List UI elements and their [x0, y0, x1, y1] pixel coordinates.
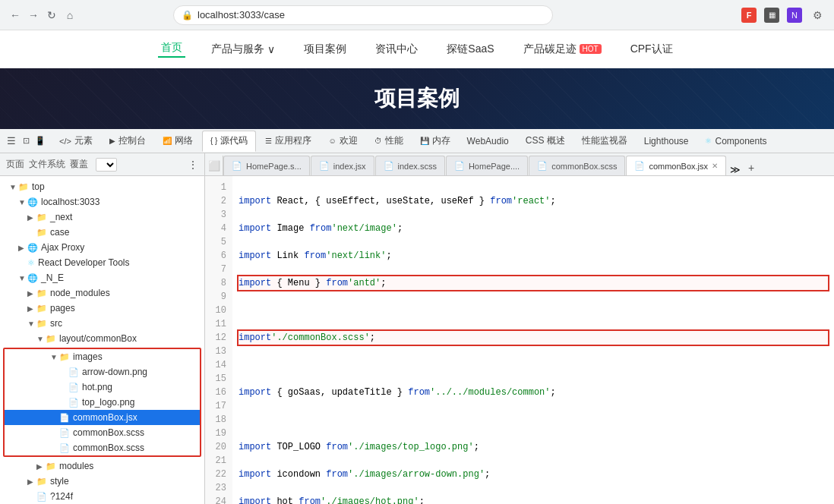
tab-memory[interactable]: 💾 内存 [412, 131, 458, 152]
url-text: localhost:3033/case [197, 9, 285, 20]
react-icon: ⚛ [27, 258, 35, 268]
tree-item-top[interactable]: ▼ 📁 top [0, 179, 204, 194]
file-tree-toolbar: 页面 文件系统 覆盖 ⋮ [0, 153, 204, 176]
toolbar-dropdown[interactable] [96, 158, 117, 172]
tree-item-commonbox-scss-1[interactable]: 📄 commonBox.scss [5, 425, 200, 440]
code-line-8: import { goSaas, updateTitle } from '../… [239, 386, 828, 399]
code-line-4: import { Menu } from 'antd'; [239, 276, 828, 290]
tab-webaudio[interactable]: WebAudio [460, 131, 517, 152]
folder-icon: 📁 [36, 319, 47, 329]
tab-commonbox-jsx[interactable]: 📄 commonBox.jsx ✕ [626, 156, 726, 175]
tree-item-node-modules[interactable]: ▶ 📁 node_modules [0, 285, 204, 301]
nav-item-products[interactable]: 产品与服务 ∨ [208, 43, 278, 56]
devtools-toggle[interactable]: ☰ [5, 134, 18, 148]
highlight-group: ▼ 📁 images 📄 arrow-down.png 📄 hot.png [3, 348, 201, 457]
tree-arrow: ▼ [50, 353, 59, 361]
browser-icons: F ▦ N ⚙ [741, 8, 825, 23]
tab-homepage-s[interactable]: 📄 HomePage.s... [223, 156, 310, 175]
tree-item-next[interactable]: ▶ 📁 _next [0, 209, 204, 225]
tab-index-scss[interactable]: 📄 index.scss [375, 156, 445, 175]
add-tab-button[interactable]: + [744, 160, 759, 175]
back-button[interactable]: ← [9, 9, 21, 21]
code-line-10: import TOP_LOGO from './images/top_logo.… [239, 440, 828, 454]
code-line-7 [239, 358, 828, 372]
tree-item-case[interactable]: 📁 case [0, 225, 204, 240]
tree-arrow: ▶ [27, 304, 36, 313]
tab-console[interactable]: ▶ 控制台 [102, 131, 153, 152]
refresh-button[interactable]: ↻ [46, 9, 58, 21]
toolbar-page[interactable]: 页面 [6, 158, 24, 171]
code-line-11: import icondown from './images/arrow-dow… [239, 468, 828, 481]
devtools-inspect[interactable]: ⊡ [19, 134, 33, 148]
toolbar-overrides[interactable]: 覆盖 [70, 158, 88, 171]
scss-file-icon: 📄 [59, 428, 70, 438]
tree-item-124f[interactable]: 📄 ?124f [0, 489, 204, 504]
nav-item-cases[interactable]: 项目案例 [301, 43, 349, 56]
folder-icon: 📁 [36, 213, 47, 222]
tab-commonbox-scss[interactable]: 📄 commonBox.scss [529, 156, 625, 175]
tree-arrow: ▼ [18, 274, 27, 282]
tab-application[interactable]: ☰ 应用程序 [257, 131, 319, 152]
tab-lighthouse[interactable]: Lighthouse [637, 131, 697, 152]
tree-arrow: ▼ [36, 335, 46, 343]
tree-item-src[interactable]: ▼ 📁 src [0, 316, 204, 331]
tab-performance[interactable]: ⏱ 性能 [367, 131, 411, 152]
code-editor[interactable]: import React, { useEffect, useState, use… [232, 176, 834, 504]
folder-icon: 📁 [46, 461, 56, 471]
settings-icon[interactable]: ⚙ [810, 8, 825, 23]
folder-icon: 📁 [59, 352, 70, 362]
cloud-icon: 🌐 [27, 197, 38, 207]
tab-index-jsx[interactable]: 📄 index.jsx [311, 156, 374, 175]
tree-item-ajax[interactable]: ▶ 🌐 Ajax Proxy [0, 240, 204, 255]
tree-item-commonbox-jsx[interactable]: 📄 commonBox.jsx [5, 410, 200, 425]
split-panel-icon[interactable]: ⬜ [205, 156, 223, 175]
tree-arrow: ▶ [27, 477, 36, 486]
code-content: 12345 678910 1112131415 1617181920 21222… [205, 176, 834, 504]
hero-banner: 项目案例 [0, 68, 834, 129]
tab-network[interactable]: 📶 网络 [155, 131, 201, 152]
home-button[interactable]: ⌂ [64, 9, 76, 21]
nav-item-saas[interactable]: 探链SaaS [444, 43, 497, 56]
tab-elements[interactable]: </> 元素 [52, 131, 100, 152]
tree-item-nne[interactable]: ▼ 🌐 _N_E [0, 270, 204, 285]
tree-item-arrow-down[interactable]: 📄 arrow-down.png [5, 364, 200, 380]
tab-perf-monitor[interactable]: 性能监视器 [574, 131, 635, 152]
address-bar[interactable]: 🔒 localhost:3033/case [173, 5, 553, 25]
tree-arrow: ▼ [9, 183, 18, 191]
tree-item-commonbox-scss-2[interactable]: 📄 commonBox.scss [5, 440, 200, 455]
tree-item-modules[interactable]: ▶ 📁 modules [0, 458, 204, 474]
scss-file-icon: 📄 [59, 443, 70, 453]
tree-item-images[interactable]: ▼ 📁 images [5, 349, 200, 364]
forward-button[interactable]: → [27, 9, 39, 21]
tree-item-react-devtools[interactable]: ⚛ React Developer Tools [0, 255, 204, 270]
tab-welcome[interactable]: ☺ 欢迎 [321, 131, 365, 152]
nav-item-news[interactable]: 资讯中心 [372, 43, 421, 56]
tree-item-hot[interactable]: 📄 hot.png [5, 380, 200, 395]
tree-item-top-logo[interactable]: 📄 top_logo.png [5, 395, 200, 410]
code-line-3: import Link from 'next/link'; [239, 249, 828, 263]
code-line-5 [239, 304, 828, 317]
tab-homepage-2[interactable]: 📄 HomePage.... [446, 156, 528, 175]
browser-icon-1: F [741, 8, 757, 23]
nav-item-home[interactable]: 首页 [158, 41, 185, 58]
browser-icon-3: N [787, 8, 802, 23]
tab-close-icon[interactable]: ✕ [712, 162, 718, 170]
tree-item-layout[interactable]: ▼ 📁 layout/commonBox [0, 331, 204, 346]
folder-icon: 📁 [18, 182, 29, 192]
toolbar-filesystem[interactable]: 文件系统 [29, 158, 65, 171]
folder-icon: 📁 [36, 304, 47, 313]
tree-item-localhost[interactable]: ▼ 🌐 localhost:3033 [0, 194, 204, 209]
tab-components[interactable]: ⚛ Components [697, 131, 774, 152]
line-numbers: 12345 678910 1112131415 1617181920 21222… [205, 176, 232, 504]
tree-item-pages[interactable]: ▶ 📁 pages [0, 301, 204, 316]
tree-item-style[interactable]: ▶ 📁 style [0, 474, 204, 489]
tab-sources[interactable]: { } 源代码 [202, 131, 256, 152]
devtools-device[interactable]: 📱 [33, 134, 47, 148]
nav-item-cpf[interactable]: CPF认证 [627, 43, 676, 56]
more-options-icon[interactable]: ⋮ [188, 159, 198, 171]
tab-css-overview[interactable]: CSS 概述 [518, 131, 573, 152]
folder-icon: 📁 [36, 288, 47, 298]
more-tabs-icon[interactable]: ≫ [730, 164, 741, 175]
devtools-bar: ☰ ⊡ 📱 </> 元素 ▶ 控制台 📶 网络 { } 源代码 ☰ 应用程序 ☺… [0, 129, 834, 153]
nav-item-carbon[interactable]: 产品碳足迹 HOT [520, 43, 605, 56]
